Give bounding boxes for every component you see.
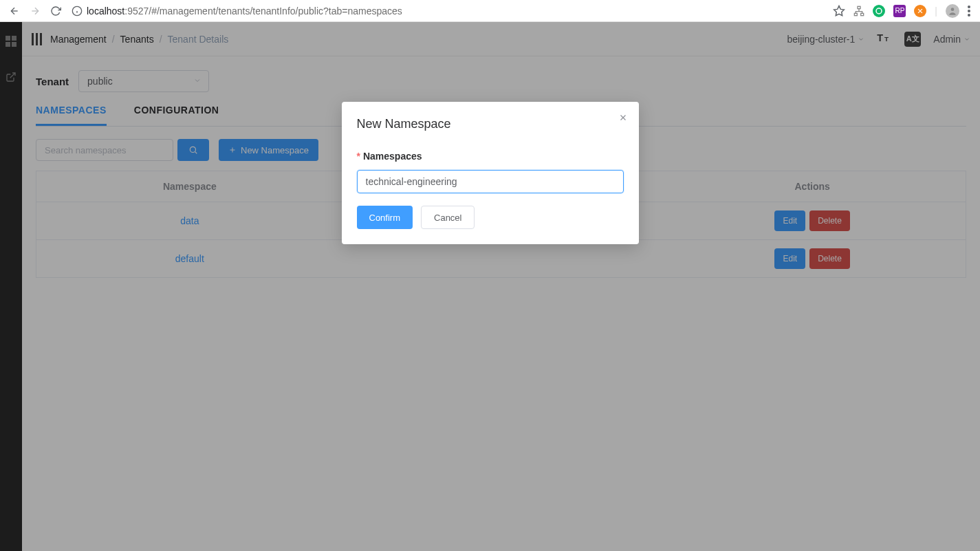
kebab-menu-icon[interactable] xyxy=(968,6,970,17)
modal-close-button[interactable] xyxy=(618,113,628,125)
cancel-button[interactable]: Cancel xyxy=(421,206,475,229)
url-host: localhost xyxy=(87,6,124,17)
svg-rect-5 xyxy=(855,13,858,15)
close-icon xyxy=(618,113,628,122)
svg-point-13 xyxy=(968,14,970,17)
namespace-input[interactable] xyxy=(357,170,624,193)
svg-marker-3 xyxy=(834,6,845,15)
sitemap-icon[interactable] xyxy=(853,6,864,17)
svg-rect-6 xyxy=(861,13,864,15)
svg-rect-4 xyxy=(858,6,860,8)
required-star: * xyxy=(357,151,360,162)
confirm-button[interactable]: Confirm xyxy=(357,206,413,229)
svg-point-7 xyxy=(876,8,882,14)
form-label-namespaces: *Namespaces xyxy=(357,151,624,162)
browser-right-icons: RP | xyxy=(833,4,973,18)
extension-green-icon[interactable] xyxy=(873,5,885,17)
svg-point-11 xyxy=(968,6,970,8)
svg-point-12 xyxy=(968,10,970,12)
url-bar[interactable]: localhost:9527/#/management/tenants/tena… xyxy=(69,6,827,17)
forward-button[interactable] xyxy=(28,3,43,19)
extension-orange-icon[interactable] xyxy=(914,5,926,17)
url-path: :9527/#/management/tenants/tenantInfo/pu… xyxy=(124,6,402,17)
modal-title: New Namespace xyxy=(357,117,624,131)
new-namespace-modal: New Namespace *Namespaces Confirm Cancel xyxy=(342,102,639,244)
info-icon xyxy=(72,6,83,17)
profile-avatar-icon[interactable] xyxy=(946,4,959,18)
extension-rp-icon[interactable]: RP xyxy=(893,5,906,17)
browser-bar: localhost:9527/#/management/tenants/tena… xyxy=(0,0,980,22)
star-icon[interactable] xyxy=(833,5,845,17)
back-button[interactable] xyxy=(7,3,22,19)
modal-buttons: Confirm Cancel xyxy=(357,206,624,229)
svg-point-10 xyxy=(951,8,955,11)
reload-button[interactable] xyxy=(48,3,63,19)
